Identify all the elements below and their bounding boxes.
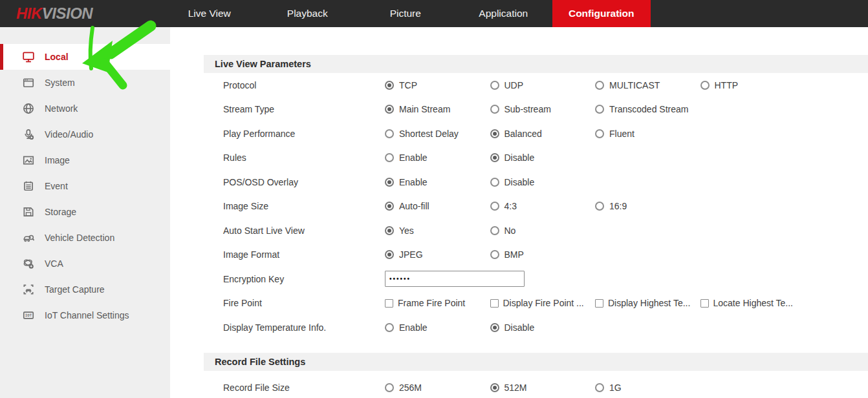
radio-icon[interactable] [385,226,394,235]
radio-option-1g[interactable]: 1G [595,382,622,393]
radio-option-http[interactable]: HTTP [700,80,739,90]
radio-option-jpeg[interactable]: JPEG [385,249,490,260]
radio-option-multicast[interactable]: MULTICAST [595,80,700,90]
globe-icon [22,102,35,115]
tab-live-view[interactable]: Live View [160,0,259,27]
radio-option-shortest-delay[interactable]: Shortest Delay [385,129,490,139]
radio-icon[interactable] [490,129,499,138]
sidebar-item-label: Image [45,155,70,165]
sidebar-item-target-capture[interactable]: Target Capture [0,277,170,302]
radio-option-tcp[interactable]: TCP [385,80,490,90]
sidebar-item-image[interactable]: Image [0,147,170,173]
sidebar-item-system[interactable]: System [0,70,170,96]
radio-icon[interactable] [595,383,604,392]
radio-icon[interactable] [385,383,394,392]
radio-icon[interactable] [595,129,604,138]
sidebar-item-label: VCA [45,258,63,269]
radio-icon[interactable] [490,81,499,90]
form-row-pos-osd-overlay: POS/OSD Overlay Enable Disable [204,170,868,194]
sidebar-item-vca[interactable]: VCA [0,251,170,277]
radio-option-256m[interactable]: 256M [385,382,490,393]
sidebar-item-video-audio[interactable]: Video/Audio [0,121,170,147]
row-label: Auto Start Live View [223,225,385,236]
logo-hik-text: HIK [16,5,42,23]
radio-option-balanced[interactable]: Balanced [490,129,596,139]
radio-option-main-stream[interactable]: Main Stream [385,104,490,114]
radio-icon[interactable] [595,81,604,90]
radio-option-bmp[interactable]: BMP [490,249,524,260]
row-label: Image Format [223,249,385,260]
sidebar-item-label: Storage [45,207,76,217]
radio-option-auto-fill[interactable]: Auto-fill [385,201,490,211]
system-window-icon [22,76,35,89]
sidebar-item-label: Video/Audio [45,129,93,140]
radio-icon[interactable] [385,129,394,138]
form-row-fire-point: Fire Point Frame Fire Point Display Fire… [204,291,868,316]
radio-icon[interactable] [385,105,394,114]
sidebar-item-event[interactable]: Event [0,173,170,199]
radio-option-pos-disable[interactable]: Disable [490,177,535,187]
sidebar-item-local[interactable]: Local [0,44,170,70]
tab-configuration[interactable]: Configuration [552,0,651,27]
tab-playback[interactable]: Playback [259,0,357,27]
radio-option-udp[interactable]: UDP [490,80,596,90]
radio-option-temp-disable[interactable]: Disable [490,322,535,333]
vehicle-detection-icon [22,231,35,244]
image-icon [22,154,35,167]
checkbox-option-display-highest-temp[interactable]: Display Highest Te... [595,298,700,308]
sidebar-item-vehicle-detection[interactable]: Vehicle Detection [0,225,170,251]
form-row-play-performance: Play Performance Shortest Delay Balanced… [204,121,868,146]
radio-option-rules-disable[interactable]: Disable [490,152,535,163]
radio-option-no[interactable]: No [490,225,516,236]
radio-icon[interactable] [595,202,604,211]
radio-option-yes[interactable]: Yes [385,225,490,236]
radio-icon[interactable] [385,323,394,332]
radio-option-rules-enable[interactable]: Enable [385,152,490,163]
checkbox-option-display-fire-point[interactable]: Display Fire Point ... [490,298,596,308]
svg-text:IOT: IOT [25,313,32,317]
section-header-live-view-parameters: Live View Parameters [204,55,868,73]
radio-icon[interactable] [385,202,394,211]
radio-icon[interactable] [490,226,499,235]
checkbox-icon[interactable] [700,299,709,308]
checkbox-icon[interactable] [595,299,603,308]
row-label: Image Size [223,201,385,211]
radio-icon[interactable] [385,81,394,90]
checkbox-icon[interactable] [490,299,499,308]
sidebar-item-network[interactable]: Network [0,96,170,121]
row-label: Stream Type [223,104,385,114]
radio-icon[interactable] [490,153,499,162]
tab-picture[interactable]: Picture [356,0,455,27]
radio-icon[interactable] [700,81,710,90]
radio-option-16-9[interactable]: 16:9 [595,201,627,211]
sidebar-item-label: Target Capture [45,284,105,295]
radio-icon[interactable] [490,202,499,211]
radio-option-transcoded-stream[interactable]: Transcoded Stream [595,104,688,114]
radio-icon[interactable] [595,105,604,114]
radio-option-512m[interactable]: 512M [490,382,596,393]
radio-option-temp-enable[interactable]: Enable [385,322,490,333]
radio-icon[interactable] [490,105,499,114]
radio-option-4-3[interactable]: 4:3 [490,201,596,211]
radio-icon[interactable] [490,178,499,187]
radio-icon[interactable] [490,383,499,392]
checkbox-option-frame-fire-point[interactable]: Frame Fire Point [385,298,490,308]
tab-application[interactable]: Application [455,0,553,27]
radio-option-pos-enable[interactable]: Enable [385,177,490,187]
sidebar-item-iot-channel-settings[interactable]: IOT IoT Channel Settings [0,302,170,328]
checkbox-option-locate-highest-temp[interactable]: Locate Highest Te... [700,298,793,308]
radio-icon[interactable] [490,323,499,332]
iot-icon: IOT [22,309,35,322]
encryption-key-input[interactable] [385,271,525,287]
event-notepad-icon [22,180,35,193]
sidebar-item-storage[interactable]: Storage [0,199,170,225]
sidebar-item-label: System [45,78,75,88]
checkbox-icon[interactable] [385,299,393,308]
row-label: POS/OSD Overlay [223,177,385,187]
radio-option-sub-stream[interactable]: Sub-stream [490,104,596,114]
radio-icon[interactable] [490,250,499,259]
radio-icon[interactable] [385,153,394,162]
radio-icon[interactable] [385,250,394,259]
radio-icon[interactable] [385,178,394,187]
radio-option-fluent[interactable]: Fluent [595,129,635,139]
